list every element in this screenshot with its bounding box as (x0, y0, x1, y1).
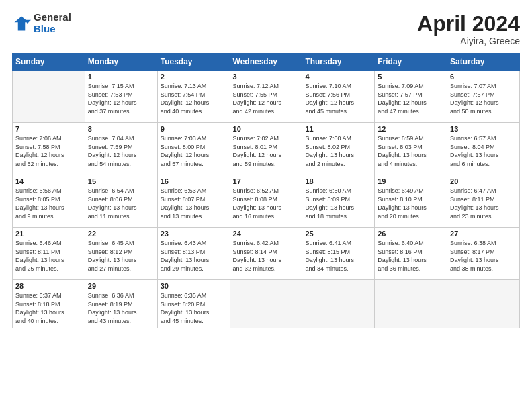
day-info: Sunrise: 7:15 AMSunset: 7:53 PMDaylight:… (88, 82, 154, 116)
day-header-monday: Monday (85, 54, 157, 71)
day-info: Sunrise: 6:47 AMSunset: 8:11 PMDaylight:… (450, 187, 517, 220)
day-number: 29 (88, 282, 154, 290)
calendar-cell (447, 280, 520, 328)
day-number: 2 (161, 73, 227, 81)
day-info: Sunrise: 6:36 AMSunset: 8:19 PMDaylight:… (88, 291, 154, 325)
day-number: 3 (233, 73, 300, 81)
calendar-cell: 25Sunrise: 6:41 AMSunset: 8:15 PMDayligh… (302, 228, 375, 280)
week-row-2: 7Sunrise: 7:06 AMSunset: 7:58 PMDaylight… (13, 123, 520, 175)
day-number: 7 (15, 125, 82, 133)
day-number: 15 (88, 177, 154, 185)
day-info: Sunrise: 7:07 AMSunset: 7:57 PMDaylight:… (450, 82, 517, 116)
day-number: 4 (305, 73, 371, 81)
calendar-cell: 17Sunrise: 6:52 AMSunset: 8:08 PMDayligh… (230, 175, 302, 228)
calendar-cell (230, 280, 302, 328)
day-number: 12 (378, 125, 444, 133)
calendar-cell: 16Sunrise: 6:53 AMSunset: 8:07 PMDayligh… (157, 175, 230, 228)
calendar-cell: 15Sunrise: 6:54 AMSunset: 8:06 PMDayligh… (85, 175, 157, 228)
svg-marker-0 (15, 16, 29, 30)
day-info: Sunrise: 7:10 AMSunset: 7:56 PMDaylight:… (305, 82, 371, 116)
day-header-sunday: Sunday (13, 54, 85, 71)
calendar-cell: 12Sunrise: 6:59 AMSunset: 8:03 PMDayligh… (375, 123, 447, 175)
day-number: 8 (88, 125, 154, 133)
day-header-saturday: Saturday (447, 54, 520, 71)
day-info: Sunrise: 6:43 AMSunset: 8:13 PMDaylight:… (161, 239, 227, 273)
day-number: 22 (88, 230, 154, 238)
day-number: 10 (233, 125, 300, 133)
day-number: 13 (450, 125, 517, 133)
day-info: Sunrise: 7:06 AMSunset: 7:58 PMDaylight:… (15, 134, 82, 168)
day-number: 24 (233, 230, 300, 238)
logo-icon (12, 14, 31, 33)
calendar-cell: 2Sunrise: 7:13 AMSunset: 7:54 PMDaylight… (157, 71, 230, 123)
day-number: 26 (378, 230, 444, 238)
day-info: Sunrise: 7:03 AMSunset: 8:00 PMDaylight:… (161, 134, 227, 168)
calendar-cell: 9Sunrise: 7:03 AMSunset: 8:00 PMDaylight… (157, 123, 230, 175)
day-number: 9 (161, 125, 227, 133)
week-row-1: 1Sunrise: 7:15 AMSunset: 7:53 PMDaylight… (13, 71, 520, 123)
day-info: Sunrise: 6:54 AMSunset: 8:06 PMDaylight:… (88, 187, 154, 220)
calendar-cell: 21Sunrise: 6:46 AMSunset: 8:11 PMDayligh… (13, 228, 85, 280)
title-section: April 2024 Aiyira, Greece (417, 12, 520, 46)
calendar-cell: 26Sunrise: 6:40 AMSunset: 8:16 PMDayligh… (375, 228, 447, 280)
day-info: Sunrise: 7:13 AMSunset: 7:54 PMDaylight:… (161, 82, 227, 116)
day-number: 27 (450, 230, 517, 238)
day-header-friday: Friday (375, 54, 447, 71)
day-info: Sunrise: 6:57 AMSunset: 8:04 PMDaylight:… (450, 134, 517, 168)
calendar-cell: 10Sunrise: 7:02 AMSunset: 8:01 PMDayligh… (230, 123, 302, 175)
day-number: 20 (450, 177, 517, 185)
day-header-wednesday: Wednesday (230, 54, 302, 71)
day-info: Sunrise: 7:09 AMSunset: 7:57 PMDaylight:… (378, 82, 444, 116)
logo: General Blue (12, 12, 71, 34)
day-info: Sunrise: 6:52 AMSunset: 8:08 PMDaylight:… (233, 187, 300, 220)
calendar-cell: 4Sunrise: 7:10 AMSunset: 7:56 PMDaylight… (302, 71, 375, 123)
day-header-tuesday: Tuesday (157, 54, 230, 71)
calendar-cell: 18Sunrise: 6:50 AMSunset: 8:09 PMDayligh… (302, 175, 375, 228)
calendar-cell: 23Sunrise: 6:43 AMSunset: 8:13 PMDayligh… (157, 228, 230, 280)
day-info: Sunrise: 6:41 AMSunset: 8:15 PMDaylight:… (305, 239, 371, 273)
calendar-cell: 11Sunrise: 7:00 AMSunset: 8:02 PMDayligh… (302, 123, 375, 175)
day-info: Sunrise: 7:12 AMSunset: 7:55 PMDaylight:… (233, 82, 300, 116)
calendar-cell: 3Sunrise: 7:12 AMSunset: 7:55 PMDaylight… (230, 71, 302, 123)
calendar-cell (13, 71, 85, 123)
week-row-5: 28Sunrise: 6:37 AMSunset: 8:18 PMDayligh… (13, 280, 520, 328)
day-info: Sunrise: 6:37 AMSunset: 8:18 PMDaylight:… (15, 291, 82, 325)
calendar-cell: 6Sunrise: 7:07 AMSunset: 7:57 PMDaylight… (447, 71, 520, 123)
month-title: April 2024 (417, 12, 520, 36)
day-number: 5 (378, 73, 444, 81)
calendar-cell: 5Sunrise: 7:09 AMSunset: 7:57 PMDaylight… (375, 71, 447, 123)
day-info: Sunrise: 6:59 AMSunset: 8:03 PMDaylight:… (378, 134, 444, 168)
calendar-table: SundayMondayTuesdayWednesdayThursdayFrid… (12, 53, 520, 328)
calendar-cell: 29Sunrise: 6:36 AMSunset: 8:19 PMDayligh… (85, 280, 157, 328)
calendar-cell: 8Sunrise: 7:04 AMSunset: 7:59 PMDaylight… (85, 123, 157, 175)
day-number: 18 (305, 177, 371, 185)
day-info: Sunrise: 6:46 AMSunset: 8:11 PMDaylight:… (15, 239, 82, 273)
day-number: 1 (88, 73, 154, 81)
day-number: 11 (305, 125, 371, 133)
page: General Blue April 2024 Aiyira, Greece S… (0, 0, 532, 411)
day-number: 25 (305, 230, 371, 238)
calendar-cell: 28Sunrise: 6:37 AMSunset: 8:18 PMDayligh… (13, 280, 85, 328)
calendar-cell: 24Sunrise: 6:42 AMSunset: 8:14 PMDayligh… (230, 228, 302, 280)
calendar-cell: 7Sunrise: 7:06 AMSunset: 7:58 PMDaylight… (13, 123, 85, 175)
calendar-header-row: SundayMondayTuesdayWednesdayThursdayFrid… (13, 54, 520, 71)
logo-text: General Blue (34, 12, 71, 34)
week-row-4: 21Sunrise: 6:46 AMSunset: 8:11 PMDayligh… (13, 228, 520, 280)
calendar-cell: 27Sunrise: 6:38 AMSunset: 8:17 PMDayligh… (447, 228, 520, 280)
day-info: Sunrise: 6:50 AMSunset: 8:09 PMDaylight:… (305, 187, 371, 220)
calendar-cell (302, 280, 375, 328)
day-number: 19 (378, 177, 444, 185)
day-info: Sunrise: 6:56 AMSunset: 8:05 PMDaylight:… (15, 187, 82, 220)
calendar-cell: 13Sunrise: 6:57 AMSunset: 8:04 PMDayligh… (447, 123, 520, 175)
header: General Blue April 2024 Aiyira, Greece (12, 12, 520, 46)
day-number: 6 (450, 73, 517, 81)
day-info: Sunrise: 6:49 AMSunset: 8:10 PMDaylight:… (378, 187, 444, 220)
day-info: Sunrise: 6:40 AMSunset: 8:16 PMDaylight:… (378, 239, 444, 273)
calendar-cell: 30Sunrise: 6:35 AMSunset: 8:20 PMDayligh… (157, 280, 230, 328)
calendar-cell: 20Sunrise: 6:47 AMSunset: 8:11 PMDayligh… (447, 175, 520, 228)
location: Aiyira, Greece (417, 36, 520, 46)
day-info: Sunrise: 6:45 AMSunset: 8:12 PMDaylight:… (88, 239, 154, 273)
calendar-cell: 14Sunrise: 6:56 AMSunset: 8:05 PMDayligh… (13, 175, 85, 228)
calendar-cell (375, 280, 447, 328)
day-info: Sunrise: 6:35 AMSunset: 8:20 PMDaylight:… (161, 291, 227, 325)
